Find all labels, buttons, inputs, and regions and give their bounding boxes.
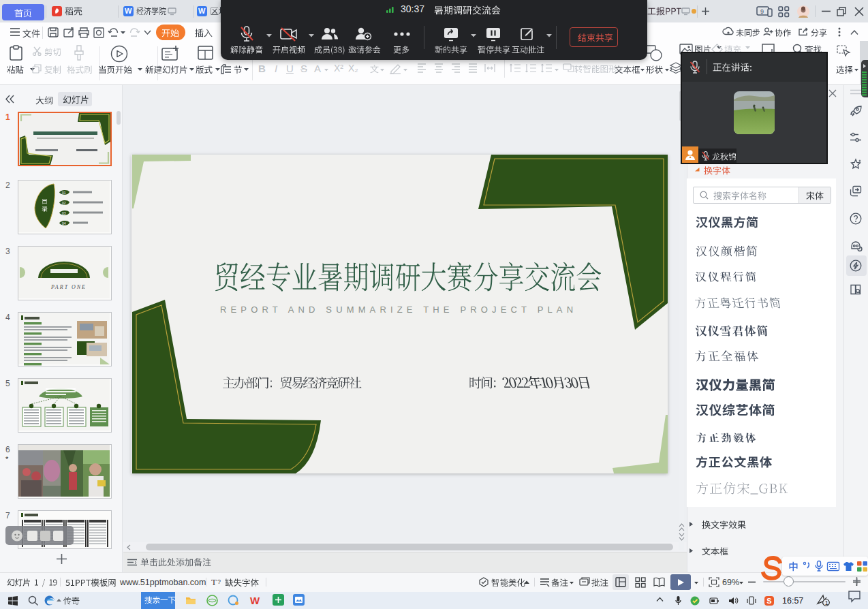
svg-text:04: 04 <box>62 221 66 225</box>
svg-text:1: 1 <box>825 599 828 606</box>
svg-text:?: ? <box>217 578 221 585</box>
svg-text:01: 01 <box>62 191 66 195</box>
svg-text:T: T <box>211 577 217 587</box>
svg-text:02: 02 <box>62 201 66 205</box>
svg-text:9: 9 <box>760 8 764 15</box>
svg-text:S: S <box>766 597 771 605</box>
svg-text:03: 03 <box>62 211 66 215</box>
svg-text:PART ONE: PART ONE <box>50 284 87 290</box>
